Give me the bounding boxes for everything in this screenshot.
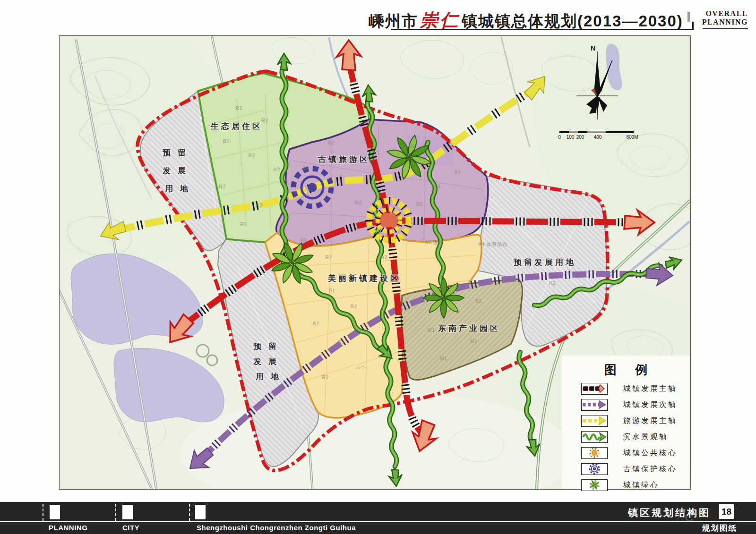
svg-text:R2: R2 bbox=[249, 153, 256, 158]
svg-text:B1: B1 bbox=[329, 288, 335, 293]
title-prefix: 嵊州市 bbox=[369, 12, 418, 30]
title-suffix: 镇城镇总体规划(2013—2030) bbox=[462, 12, 683, 30]
svg-text:800M: 800M bbox=[626, 135, 638, 140]
svg-text:A5 医院: A5 医院 bbox=[425, 240, 444, 245]
page-number: 18 bbox=[719, 504, 734, 519]
label-oldtown-tourism: 古镇旅游区 bbox=[318, 155, 370, 164]
svg-text:200: 200 bbox=[576, 135, 584, 140]
label-reserved-southwest: 预 留 发 展 用 地 bbox=[253, 342, 283, 381]
svg-text:R2: R2 bbox=[236, 106, 243, 111]
green-heart-icon bbox=[581, 479, 608, 491]
footer-bar: ⌂C PLANNING CITY Shengzhoushi Chongrenzh… bbox=[0, 502, 756, 534]
footer-square bbox=[122, 505, 133, 519]
svg-text:0: 0 bbox=[558, 135, 561, 140]
label-reserved-northwest: 预 留 发 展 用 地 bbox=[162, 148, 192, 193]
svg-text:A4 体育场馆: A4 体育场馆 bbox=[478, 242, 507, 247]
footer-divider-line bbox=[0, 521, 756, 522]
compass-north-label: N bbox=[591, 44, 595, 52]
svg-text:R2: R2 bbox=[355, 200, 362, 205]
corner-line1: OVERALL bbox=[702, 9, 748, 18]
svg-text:M1: M1 bbox=[428, 328, 435, 333]
svg-text:R2: R2 bbox=[409, 144, 416, 149]
svg-text:小学: 小学 bbox=[355, 365, 366, 371]
svg-text:R2: R2 bbox=[328, 140, 335, 145]
title-underline-riser bbox=[692, 22, 694, 29]
label-se-industrial: 东南产业园区 bbox=[438, 324, 500, 333]
svg-text:R2: R2 bbox=[241, 222, 248, 227]
svg-text:R2: R2 bbox=[381, 255, 388, 260]
scale-bar: 0 100 200 400 800M bbox=[558, 131, 638, 140]
svg-text:B2: B2 bbox=[475, 298, 482, 304]
legend-item-label: 城镇发展次轴 bbox=[623, 400, 677, 410]
title-underline bbox=[391, 29, 694, 30]
svg-text:B2: B2 bbox=[303, 165, 310, 170]
sheet-title: 镇区规划结构图 bbox=[628, 506, 711, 519]
svg-text:R2: R2 bbox=[351, 304, 358, 309]
footer-separator bbox=[43, 504, 43, 521]
legend-item-green-heart: 城镇绿心 bbox=[581, 479, 690, 491]
svg-text:R2: R2 bbox=[219, 184, 226, 189]
main-axis-arrow-north bbox=[336, 40, 361, 70]
corner-underline bbox=[703, 28, 748, 29]
footer-separator bbox=[189, 504, 190, 521]
svg-text:R2: R2 bbox=[313, 321, 320, 326]
footer-label-planning: PLANNING bbox=[49, 524, 87, 532]
sheet-category: 规划图纸 bbox=[702, 523, 737, 534]
svg-text:R2: R2 bbox=[338, 340, 345, 345]
corner-label: OVERALL PLANNING bbox=[702, 9, 748, 26]
label-reserved-east: 预留发展用地 bbox=[513, 258, 576, 267]
footer-square bbox=[195, 505, 206, 519]
svg-text:B1: B1 bbox=[455, 170, 461, 175]
footer-separator bbox=[115, 504, 116, 521]
title-highlight: 崇仁 bbox=[418, 9, 462, 31]
svg-text:R2: R2 bbox=[417, 202, 424, 207]
title-gray-tick bbox=[687, 12, 690, 22]
legend-item-label: 城镇绿心 bbox=[623, 480, 659, 490]
svg-text:400: 400 bbox=[594, 135, 602, 140]
svg-text:R2: R2 bbox=[256, 203, 263, 208]
footer-square bbox=[50, 505, 60, 519]
footer-label-city: CITY bbox=[122, 524, 139, 532]
corner-line2: PLANNING bbox=[702, 18, 748, 26]
legend-item-label: 城镇公共核心 bbox=[623, 448, 677, 458]
svg-text:B1: B1 bbox=[223, 139, 230, 144]
svg-text:R2: R2 bbox=[322, 375, 329, 380]
legend-item-label: 古镇保护核心 bbox=[623, 464, 677, 474]
svg-text:R2: R2 bbox=[549, 280, 556, 286]
legend-item-label: 城镇发展主轴 bbox=[623, 384, 677, 394]
svg-text:R2: R2 bbox=[274, 167, 281, 172]
label-eco-residential: 生态居住区 bbox=[210, 122, 263, 131]
legend-panel: 图 例 城镇发展主轴 城镇发展次轴 bbox=[562, 356, 690, 489]
label-new-town: 美丽新镇建设区 bbox=[327, 273, 401, 283]
planning-map: R2R2B1R2R2R2R2R2R2B2R2R2R/BB1R2B9R2R2A5 … bbox=[59, 35, 691, 490]
svg-text:R2: R2 bbox=[326, 255, 333, 260]
footer-label-pinyin: Shengzhoushi Chongrenzhen Zongti Guihua bbox=[197, 524, 356, 532]
legend-item-label: 滨水景观轴 bbox=[623, 432, 668, 442]
svg-text:B9: B9 bbox=[301, 238, 307, 243]
svg-text:M1: M1 bbox=[470, 339, 478, 344]
svg-text:M1: M1 bbox=[440, 356, 447, 361]
svg-text:100: 100 bbox=[567, 135, 575, 140]
legend-item-label: 旅游发展主轴 bbox=[623, 416, 677, 426]
legend-title: 图 例 bbox=[562, 362, 690, 378]
svg-text:R/B: R/B bbox=[431, 184, 441, 189]
